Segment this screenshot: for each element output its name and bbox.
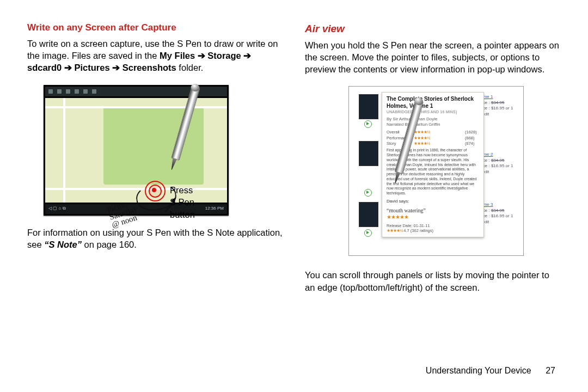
air-view-paragraph-2: You can scroll through panels or lists b… — [305, 269, 561, 293]
popup-title: The Complete Stories of Sherlock Holmes,… — [387, 96, 479, 109]
popup-duration: UNABRIDGED (28 HRS AND 16 MINS) — [387, 110, 479, 115]
para1-part-b: folder. — [176, 63, 204, 72]
map-park — [103, 106, 204, 185]
footer-section: Understanding Your Device — [426, 366, 531, 375]
page-footer: Understanding Your Device 27 — [426, 365, 555, 377]
play-icon — [364, 189, 372, 197]
popup-narrator: Narrated By Charlton Griffin — [387, 122, 479, 127]
nav-icons: ◁ ▢ ⌂ ⧉ — [48, 206, 66, 212]
footer-page-number: 27 — [546, 366, 555, 375]
s-note-reference: For information on using your S Pen with… — [27, 226, 283, 251]
s-note-link: “S Note” — [44, 240, 82, 249]
s-pen-press-target-icon — [145, 181, 166, 201]
audiobook-thumb-2 — [359, 141, 378, 166]
popup-reviewer: David says: — [387, 199, 479, 204]
air-view-paragraph-1: When you hold the S Pen near the screen,… — [305, 39, 561, 76]
air-view-popup: The Complete Stories of Sherlock Holmes,… — [382, 92, 484, 237]
play-icon — [364, 120, 372, 128]
heading-write-on-screen: Write on any Screen after Capture — [27, 22, 283, 34]
heading-air-view: Air view — [305, 22, 561, 36]
popup-ratings: Overall★★★★½(1628) Performance★★★★½(868)… — [387, 130, 479, 146]
popup-release: Release Date: 01-31-11 ★★★★½ 4.7 (362 ra… — [387, 223, 479, 234]
press-spen-caption: Press S Pen button — [170, 184, 195, 220]
manual-page: Write on any Screen after Capture To wri… — [0, 0, 588, 392]
figure-air-view: olume 1 Price : $34.95 Price : $16.95 or… — [348, 86, 524, 256]
capture-toolbar — [45, 87, 227, 96]
popup-quote: “mouth watering” — [387, 207, 479, 215]
map-area — [45, 98, 227, 203]
status-time: 12:36 PM — [205, 206, 224, 212]
audiobook-thumb-3 — [359, 202, 378, 227]
write-on-screen-paragraph: To write on a screen capture, use the S … — [27, 38, 283, 74]
popup-author: By Sir Arthur Conan Doyle — [387, 117, 479, 122]
play-icon — [364, 229, 372, 237]
popup-description: First appearing in print in 1890, the ch… — [387, 148, 479, 196]
right-column: Air view When you hold the S Pen near th… — [305, 22, 561, 376]
left-column: Write on any Screen after Capture To wri… — [27, 22, 283, 376]
audiobook-thumb-1 — [359, 94, 378, 119]
